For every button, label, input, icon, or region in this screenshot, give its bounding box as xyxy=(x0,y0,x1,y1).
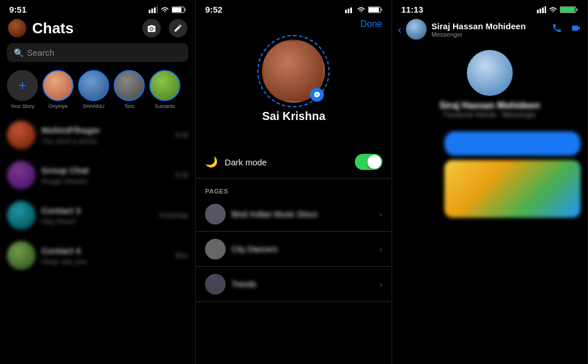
svg-rect-0 xyxy=(149,10,150,13)
status-icons-1 xyxy=(149,6,186,13)
profile-header: Done xyxy=(196,17,391,34)
chat-info-2: Group Chat Image shared xyxy=(41,165,169,185)
story-avatar-2[interactable] xyxy=(78,70,109,101)
sub-row-3[interactable]: Trends › xyxy=(196,267,391,302)
chat-list: MohiniFlhager You sent a photo. 9:48 Gro… xyxy=(0,115,195,364)
sub-row-avatar-2 xyxy=(205,239,226,260)
svg-rect-14 xyxy=(537,10,539,13)
compose-icon xyxy=(173,24,183,33)
profile-name: Sai Krishna xyxy=(262,110,325,123)
message-sent-1 xyxy=(444,131,581,156)
panel-profile: 9:52 Done Sai Krishna 🌙 Dark mode PAGES xyxy=(196,0,392,364)
chat-name-1: MohiniFlhager xyxy=(41,125,169,135)
add-story-button[interactable]: + xyxy=(7,70,38,101)
dark-mode-toggle[interactable] xyxy=(355,154,382,170)
signal-icon-3 xyxy=(537,6,546,13)
signal-icon-2 xyxy=(345,6,354,13)
settings-section: 🌙 Dark mode PAGES Best Indian Music Disc… xyxy=(196,146,391,302)
chat-info-1: MohiniFlhager You sent a photo. xyxy=(41,125,169,145)
story-avatar-3[interactable] xyxy=(114,70,145,101)
svg-rect-6 xyxy=(185,9,186,11)
stories-row: + Your Story Onyinye SHANNU Toro Sumants xyxy=(0,68,195,115)
video-icon xyxy=(570,23,582,33)
chat-contact-sub-large: Facebook friends · Messenger xyxy=(443,111,536,119)
story-label-3: Toro xyxy=(124,103,134,109)
battery-icon-3 xyxy=(560,6,578,13)
svg-rect-20 xyxy=(577,9,578,11)
search-placeholder: Search xyxy=(27,48,55,57)
sub-row-2[interactable]: City Dancers › xyxy=(196,232,391,267)
story-label-1: Onyinye xyxy=(48,103,67,109)
battery-icon xyxy=(172,6,186,13)
svg-rect-3 xyxy=(157,6,158,13)
profile-avatar-wrap xyxy=(262,40,325,103)
chat-messages xyxy=(392,127,587,364)
svg-rect-10 xyxy=(350,7,352,13)
chat-contact-name-large: Siraj Hassan Mohideen xyxy=(439,100,540,111)
chat-contact-section: Siraj Hassan Mohideen Facebook friends ·… xyxy=(392,44,587,127)
status-icons-2 xyxy=(345,6,382,13)
user-avatar[interactable] xyxy=(8,19,26,37)
chat-preview-3: Hey there! xyxy=(41,217,152,226)
status-icons-3 xyxy=(537,6,578,13)
message-media-1 xyxy=(444,160,581,218)
messenger-icon xyxy=(314,91,320,98)
chat-header-avatar[interactable] xyxy=(406,19,427,40)
sub-row-avatar-1 xyxy=(205,204,226,224)
chat-item-4[interactable]: Contact 4 Okay see you Mon xyxy=(0,235,195,276)
sub-row-1[interactable]: Best Indian Music Disco › xyxy=(196,197,391,232)
story-label-add: Your Story xyxy=(10,103,34,109)
header-icons xyxy=(142,19,187,37)
svg-rect-17 xyxy=(544,6,546,13)
chat-contact-name: Siraj Hassan Mohideen xyxy=(431,21,547,31)
chat-info-3: Contact 3 Hey there! xyxy=(41,206,152,226)
story-add[interactable]: + Your Story xyxy=(7,70,38,109)
status-bar-1: 9:51 xyxy=(0,0,195,17)
story-3[interactable]: Toro xyxy=(114,70,145,109)
signal-icon xyxy=(149,6,158,13)
dark-mode-label: Dark mode xyxy=(225,157,354,167)
chat-avatar-3 xyxy=(7,201,36,230)
chat-time-2: 9:30 xyxy=(175,171,188,179)
chat-name-4: Contact 4 xyxy=(41,246,169,255)
panel-chats: 9:51 Chats 🔍 Search + Your Story O xyxy=(0,0,196,364)
chat-item-3[interactable]: Contact 3 Hey there! Yesterday xyxy=(0,195,195,235)
video-button[interactable] xyxy=(570,23,582,36)
chat-contact-avatar[interactable] xyxy=(467,50,513,96)
chat-item-2[interactable]: Group Chat Image shared 9:30 xyxy=(0,155,195,195)
chevron-icon-1: › xyxy=(380,210,382,219)
svg-rect-8 xyxy=(345,10,347,13)
dark-mode-row[interactable]: 🌙 Dark mode xyxy=(196,146,391,179)
sub-row-label-3: Trends xyxy=(231,280,374,289)
chat-header-actions xyxy=(552,23,582,36)
time-2: 9:52 xyxy=(205,5,222,14)
story-avatar-4[interactable] xyxy=(149,70,180,101)
done-button[interactable]: Done xyxy=(360,19,382,29)
phone-button[interactable] xyxy=(552,23,562,36)
chat-item-1[interactable]: MohiniFlhager You sent a photo. 9:48 xyxy=(0,115,195,155)
wifi-icon-2 xyxy=(357,6,366,13)
chat-avatar-2 xyxy=(7,161,36,189)
profile-content: Sai Krishna xyxy=(196,34,391,146)
story-4[interactable]: Sumants xyxy=(149,70,180,109)
wifi-icon xyxy=(160,6,169,13)
camera-button[interactable] xyxy=(142,19,161,37)
story-2[interactable]: SHANNU xyxy=(78,70,109,109)
panel-chat-view: 11:13 ‹ Siraj Hassan Mohideen Messenger … xyxy=(392,0,588,364)
svg-rect-1 xyxy=(152,9,153,13)
camera-icon xyxy=(147,24,156,32)
chat-preview-1: You sent a photo. xyxy=(41,137,156,145)
story-label-2: SHANNU xyxy=(83,103,105,109)
story-1[interactable]: Onyinye xyxy=(42,70,74,109)
compose-button[interactable] xyxy=(169,19,187,37)
story-avatar-1[interactable] xyxy=(42,70,74,101)
chevron-icon-2: › xyxy=(380,245,382,254)
moon-icon: 🌙 xyxy=(205,156,218,168)
status-bar-3: 11:13 xyxy=(392,0,587,17)
chat-name-3: Contact 3 xyxy=(41,206,152,215)
chat-time-3: Yesterday xyxy=(158,211,188,219)
back-button[interactable]: ‹ xyxy=(398,23,402,36)
battery-icon-2 xyxy=(368,6,382,13)
search-bar[interactable]: 🔍 Search xyxy=(7,43,188,62)
chat-contact-sub: Messenger xyxy=(431,31,547,38)
